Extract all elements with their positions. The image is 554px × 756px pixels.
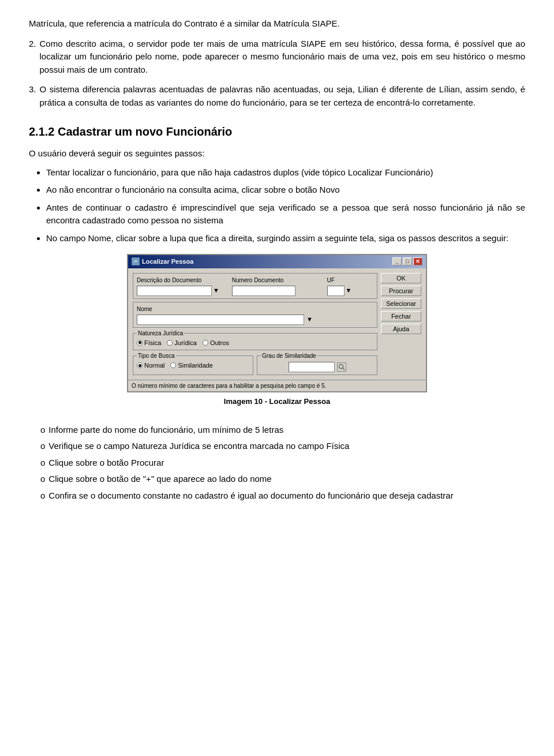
bullet-item-2: Ao não encontrar o funcionário na consul… xyxy=(46,184,525,197)
dialog-status-bar: O número mínimo de caracteres para a hab… xyxy=(128,380,426,391)
selecionar-button[interactable]: Selecionar xyxy=(381,298,421,309)
paragraph-1: Matrícula, que referencia a matrícula do… xyxy=(29,17,525,31)
grau-input[interactable] xyxy=(289,362,335,372)
sub-item-3: oClique sobre o botão Procurar xyxy=(40,456,525,470)
text-2: Como descrito acima, o servidor pode ter… xyxy=(40,38,525,77)
grau-label: Grau de Similaridade xyxy=(261,351,317,360)
titlebar-left: Localizar Pessoa xyxy=(132,257,193,267)
ajuda-button[interactable]: Ajuda xyxy=(381,324,421,334)
sub-items-list: oInforme parte do nome do funcionário, u… xyxy=(40,424,525,503)
radio-outros[interactable]: Outros xyxy=(203,338,229,348)
procurar-button[interactable]: Procurar xyxy=(381,286,421,296)
status-text: O número mínimo de caracteres para a hab… xyxy=(132,383,326,389)
minimize-button[interactable]: _ xyxy=(392,257,402,265)
sub-item-1: oInforme parte do nome do funcionário, u… xyxy=(40,424,525,437)
radio-fisica-label: Física xyxy=(144,338,161,348)
dialog-window: Localizar Pessoa _ □ ✕ Descrição do Docu… xyxy=(127,254,427,392)
radio-similaridade-indicator xyxy=(170,362,176,368)
tipo-busca-label: Tipo de Busca xyxy=(137,351,176,360)
ok-button[interactable]: OK xyxy=(381,273,421,283)
dialog-title: Localizar Pessoa xyxy=(142,257,193,267)
close-button[interactable]: ✕ xyxy=(413,257,422,265)
dialog-body: Descrição do Documento ▼ Numero Document… xyxy=(128,268,426,380)
text-3: O sistema diferencia palavras acentuadas… xyxy=(40,83,525,109)
dialog-icon xyxy=(132,257,140,265)
radio-fisica-indicator xyxy=(137,340,143,346)
uf-label: UF xyxy=(327,276,373,285)
nome-row: ▼ xyxy=(137,315,373,325)
radio-juridica-indicator xyxy=(167,340,173,346)
radio-normal-indicator xyxy=(137,362,143,368)
section-title: 2.1.2 Cadastrar um novo Funcionário xyxy=(29,123,525,140)
natureza-group: Natureza Jurídica Física Jurídica xyxy=(133,333,377,351)
radio-similaridade[interactable]: Similaridade xyxy=(170,361,213,370)
sub-item-3-text: Clique sobre o botão Procurar xyxy=(48,456,164,470)
bullet-list: Tentar localizar o funcionário, para que… xyxy=(46,166,525,245)
radio-outros-indicator xyxy=(203,340,208,346)
bullet-item-1: Tentar localizar o funcionário, para que… xyxy=(46,166,525,179)
numero-label: Numero Documento xyxy=(232,276,325,285)
busca-radios: Normal Similaridade xyxy=(137,361,249,370)
descricao-arrow: ▼ xyxy=(213,286,219,295)
tipo-busca-group: Tipo de Busca Normal Similaridade xyxy=(133,355,253,375)
bullet-item-3: Antes de continuar o cadastro é impresci… xyxy=(46,201,525,227)
nome-arrow: ▼ xyxy=(306,315,313,324)
bullet-item-4: No campo Nome, clicar sobre a lupa que f… xyxy=(46,232,525,245)
nome-label: Nome xyxy=(137,305,373,313)
dialog-titlebar: Localizar Pessoa _ □ ✕ xyxy=(128,255,426,268)
numbered-item-3: 3. O sistema diferencia palavras acentua… xyxy=(29,83,525,109)
grau-icon[interactable] xyxy=(337,362,346,372)
descricao-label: Descrição do Documento xyxy=(137,276,230,285)
num-2: 2. xyxy=(29,38,36,77)
nome-input[interactable] xyxy=(137,315,304,325)
svg-line-3 xyxy=(342,368,345,370)
num-3: 3. xyxy=(29,83,36,109)
radio-fisica[interactable]: Física xyxy=(137,338,161,348)
content-block: Matrícula, que referencia a matrícula do… xyxy=(29,17,525,502)
titlebar-buttons: _ □ ✕ xyxy=(392,257,422,265)
dialog-right: OK Procurar Selecionar Fechar Ajuda xyxy=(381,273,421,376)
radio-similaridade-label: Similaridade xyxy=(178,361,213,370)
sub-item-2: oVerifique se o campo Natureza Jurídica … xyxy=(40,440,525,453)
fechar-button[interactable]: Fechar xyxy=(381,311,421,321)
radio-juridica[interactable]: Jurídica xyxy=(167,338,197,348)
natureza-radios: Física Jurídica Outros xyxy=(137,338,373,348)
sub-item-4-text: Clique sobre o botão de "+" que aparece … xyxy=(48,473,271,486)
doc-section: Descrição do Documento ▼ Numero Document… xyxy=(133,273,377,299)
uf-input[interactable] xyxy=(327,286,345,296)
numbered-item-2: 2. Como descrito acima, o servidor pode … xyxy=(29,38,525,77)
radio-normal-label: Normal xyxy=(144,361,164,370)
radio-juridica-label: Jurídica xyxy=(174,338,197,348)
uf-arrow: ▼ xyxy=(346,286,352,295)
svg-rect-1 xyxy=(134,261,137,261)
svg-point-2 xyxy=(339,365,343,369)
natureza-label: Natureza Jurídica xyxy=(137,329,184,338)
sub-item-5-text: Confira se o documento constante no cada… xyxy=(48,489,453,503)
grau-group: Grau de Similaridade xyxy=(257,355,377,375)
numero-input[interactable]: . . / - xyxy=(232,286,295,296)
sub-item-4: oClique sobre o botão de "+" que aparece… xyxy=(40,473,525,486)
busca-row: Tipo de Busca Normal Similaridade xyxy=(133,355,377,375)
radio-outros-label: Outros xyxy=(210,338,229,348)
sub-item-2-text: Verifique se o campo Natureza Jurídica s… xyxy=(48,440,349,453)
sub-item-1-text: Informe parte do nome do funcionário, um… xyxy=(48,424,283,437)
doc-row: Descrição do Documento ▼ Numero Document… xyxy=(137,276,373,296)
nome-section: Nome ▼ xyxy=(133,302,377,328)
dialog-left: Descrição do Documento ▼ Numero Document… xyxy=(133,273,377,376)
dialog-container: Localizar Pessoa _ □ ✕ Descrição do Docu… xyxy=(29,254,525,414)
descricao-input[interactable] xyxy=(137,286,212,296)
radio-normal[interactable]: Normal xyxy=(137,361,164,370)
intro-text: O usuário deverá seguir os seguintes pas… xyxy=(29,147,525,160)
sub-item-5: oConfira se o documento constante no cad… xyxy=(40,489,525,503)
image-caption: Imagem 10 - Localizar Pessoa xyxy=(224,396,330,407)
maximize-button[interactable]: □ xyxy=(403,257,412,265)
